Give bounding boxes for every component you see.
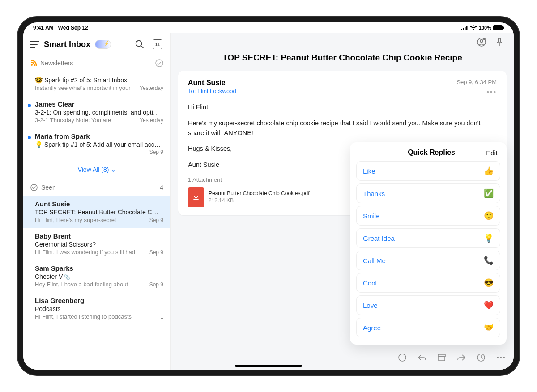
mail-date: Sep 9 [149, 217, 163, 223]
mail-subject: 🤓 Spark tip #2 of 5: Smart Inbox [35, 77, 163, 84]
smart-inbox-toggle[interactable] [95, 40, 111, 49]
sunglasses-icon: 😎 [484, 278, 494, 288]
wifi-icon [470, 25, 477, 30]
mail-item[interactable]: Lisa Greenberg Podcasts Hi Flint, I star… [23, 292, 170, 324]
svg-point-19 [497, 357, 499, 358]
svg-rect-16 [439, 357, 445, 361]
rss-icon [30, 60, 37, 66]
mail-sender: Maria from Spark [35, 132, 163, 140]
email-header: Aunt Susie To: Flint Lockwood Sep 9, 6:3… [188, 79, 497, 96]
more-button[interactable]: ••• [456, 88, 497, 96]
quick-replies-edit-button[interactable]: Edit [486, 149, 498, 157]
view-all-button[interactable]: View All (8) ⌄ [23, 160, 170, 179]
quick-reply-thanks[interactable]: Thanks✅ [356, 183, 500, 203]
quick-reply-great-idea[interactable]: Great Idea💡 [356, 228, 500, 248]
pin-button[interactable] [494, 37, 505, 47]
attachment-icon: 📎 [160, 210, 163, 215]
ipad-frame: 9:41 AM Wed Sep 12 100% [18, 17, 519, 375]
seen-count: 4 [160, 184, 163, 191]
svg-rect-1 [463, 28, 464, 30]
unread-dot-icon [28, 136, 31, 139]
svg-rect-4 [493, 25, 503, 30]
mail-date: Yesterday [140, 117, 163, 124]
mail-sender: Sam Sparks [35, 264, 163, 272]
reply-button[interactable] [416, 352, 428, 363]
mail-subject: Ceremonial Scissors? [35, 241, 163, 248]
screen: 9:41 AM Wed Sep 12 100% [23, 22, 514, 370]
battery-pct: 100% [479, 25, 491, 30]
quick-replies-title: Quick Replies [377, 149, 486, 157]
svg-point-13 [483, 38, 486, 40]
email-view-pane: TOP SECRET: Peanut Butter Chocolate Chip… [171, 33, 514, 370]
section-newsletters[interactable]: Newsletters [23, 55, 170, 71]
mail-list[interactable]: 🤓 Spark tip #2 of 5: Smart Inbox Instant… [23, 71, 170, 370]
mail-date: Sep 9 [149, 249, 163, 256]
svg-point-21 [503, 357, 505, 358]
seen-label: Seen [41, 184, 160, 191]
mail-subject: Podcasts [35, 305, 163, 312]
svg-point-14 [399, 354, 406, 361]
heart-icon: ❤️ [484, 300, 494, 310]
section-seen[interactable]: Seen 4 [23, 179, 170, 196]
calendar-button[interactable]: 11 [151, 38, 164, 51]
svg-point-12 [480, 40, 483, 43]
mail-sender: James Clear [35, 100, 163, 108]
profile-button[interactable] [476, 37, 487, 47]
svg-point-10 [31, 184, 37, 191]
status-left: 9:41 AM Wed Sep 12 [33, 25, 88, 31]
quick-reply-call-me[interactable]: Call Me📞 [356, 251, 500, 270]
mail-item[interactable]: Sam Sparks Chester V📎 Hey Flint, I have … [23, 260, 170, 292]
unread-dot-icon [28, 104, 31, 107]
chevron-down-icon: ⌄ [111, 166, 116, 173]
mail-item[interactable]: James Clear 3-2-1: On spending, complime… [23, 96, 170, 128]
mail-date: Sep 9 [149, 281, 163, 288]
archive-button[interactable] [436, 352, 448, 363]
mail-item[interactable]: 🤓 Spark tip #2 of 5: Smart Inbox Instant… [23, 71, 170, 96]
mail-preview: Hi Flint, Here's my super-secret [35, 217, 146, 223]
phone-icon: 📞 [484, 256, 494, 265]
quick-reply-love[interactable]: Love❤️ [356, 295, 500, 315]
mail-date: 1 [160, 314, 163, 320]
pdf-icon [188, 187, 204, 207]
menu-button[interactable] [30, 41, 39, 48]
mail-preview: 3-2-1 Thursday Note: You are [35, 117, 136, 124]
smile-icon: 🙂 [484, 211, 494, 221]
newsletters-label: Newsletters [40, 60, 152, 67]
forward-button[interactable] [456, 352, 467, 363]
mail-date: Sep 9 [149, 149, 163, 155]
from-name: Aunt Susie [188, 79, 456, 87]
email-subject: TOP SECRET: Peanut Butter Chocolate Chip… [171, 47, 514, 71]
mail-item[interactable]: Aunt Susie TOP SECRET: Peanut Butter Cho… [23, 196, 170, 228]
to-line[interactable]: To: Flint Lockwood [188, 88, 456, 94]
mail-preview: Hi Flint, I was wondering if you still h… [35, 249, 146, 256]
svg-point-20 [500, 357, 502, 358]
quick-reply-like[interactable]: Like👍 [356, 161, 500, 181]
quick-reply-cool[interactable]: Cool😎 [356, 273, 500, 293]
search-button[interactable] [133, 38, 146, 51]
mark-unread-button[interactable] [396, 352, 408, 363]
snooze-button[interactable] [475, 352, 487, 363]
svg-rect-0 [461, 29, 462, 30]
quick-reply-smile[interactable]: Smile🙂 [356, 206, 500, 226]
quick-reply-agree[interactable]: Agree🤝 [356, 318, 500, 337]
quick-replies-panel: Quick Replies Edit Like👍 Thanks✅ Smile🙂 … [350, 142, 507, 345]
mail-subject: 💡 Spark tip #1 of 5: Add all your email … [35, 141, 163, 148]
svg-rect-3 [466, 26, 468, 30]
email-list-sidebar: Smart Inbox 11 Newsletters [23, 33, 171, 370]
svg-rect-2 [465, 27, 466, 30]
mail-item[interactable]: Baby Brent Ceremonial Scissors? Hi Flint… [23, 228, 170, 260]
mail-subject: Chester V📎 [35, 273, 163, 280]
status-time: 9:41 AM [33, 25, 54, 31]
more-actions-button[interactable] [495, 352, 507, 363]
check-icon: ✅ [484, 188, 494, 198]
home-indicator[interactable] [235, 365, 302, 367]
svg-rect-5 [503, 27, 504, 29]
check-circle-icon[interactable] [155, 59, 163, 67]
mail-sender: Lisa Greenberg [35, 297, 163, 304]
calendar-icon: 11 [153, 39, 162, 49]
svg-line-7 [141, 46, 144, 48]
handshake-icon: 🤝 [484, 323, 494, 332]
email-date: Sep 9, 6:34 PM [456, 79, 497, 85]
mail-item[interactable]: Maria from Spark 💡 Spark tip #1 of 5: Ad… [23, 128, 170, 160]
email-toolbar [396, 352, 507, 363]
